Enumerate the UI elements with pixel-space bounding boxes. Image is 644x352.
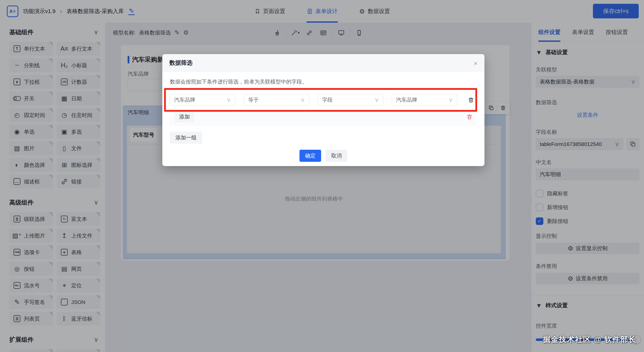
cancel-button[interactable]: 取消 [326,150,347,162]
add-group-button[interactable]: 添加一组 [170,132,202,144]
modal-overlay[interactable] [0,0,644,352]
delete-group-trash-icon[interactable] [466,113,473,120]
watermark: 掘金技术社区 @ 软件部长 [543,334,636,345]
add-row: 添加 [170,109,477,126]
annotation-highlight [164,88,477,112]
modal-description: 数据会按照如下条件进行筛选，前者为关联模型中的字段。 [170,78,477,85]
modal-header: 数据筛选 × [162,54,484,72]
confirm-button[interactable]: 确定 [299,150,321,162]
add-condition-button[interactable]: 添加 [175,111,194,123]
modal-footer: 确定 取消 [170,150,477,162]
modal-title: 数据筛选 [169,59,193,67]
close-icon[interactable]: × [474,59,477,67]
